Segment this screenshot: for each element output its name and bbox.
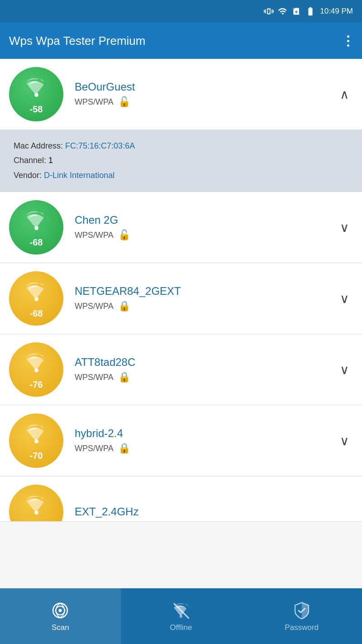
channel-label: Channel:	[14, 156, 46, 165]
signal-value-4: -76	[30, 380, 43, 390]
bottom-nav: Scan Offline Password	[0, 588, 362, 644]
password-nav-label: Password	[285, 623, 319, 632]
offline-nav-icon	[171, 601, 191, 620]
more-menu-button[interactable]	[343, 32, 353, 50]
network-type-4: WPS/WPA	[75, 373, 114, 382]
network-item-6: -72 EXT_2.4GHz	[0, 476, 362, 522]
network-info-6: EXT_2.4GHz	[63, 505, 353, 518]
network-name-6: EXT_2.4GHz	[75, 505, 353, 518]
svg-point-1	[34, 226, 38, 230]
wifi-signal-icon-5	[22, 420, 51, 450]
lock-icon-3: 🔒	[118, 300, 130, 312]
network-type-row-5: WPS/WPA 🔒	[75, 442, 336, 454]
scan-nav-label: Scan	[52, 623, 69, 632]
svg-point-2	[34, 297, 38, 301]
signal-circle-4: -76	[9, 342, 63, 397]
vendor-value: D-Link International	[44, 171, 114, 180]
status-bar: 10:49 PM	[0, 0, 362, 23]
network-row-4[interactable]: -76 ATT8tad28C WPS/WPA 🔒 ∨	[0, 334, 362, 405]
battery-icon	[305, 6, 316, 16]
lock-icon-4: 🔒	[118, 371, 130, 383]
mac-value: FC:75:16:C7:03:6A	[65, 141, 135, 150]
nav-item-offline[interactable]: Offline	[121, 588, 242, 644]
no-sim-icon	[292, 6, 301, 16]
signal-circle-5: -70	[9, 413, 63, 468]
network-type-3: WPS/WPA	[75, 302, 114, 311]
network-row-1[interactable]: -58 BeOurGuest WPS/WPA 🔓 ∧	[0, 59, 362, 130]
svg-point-0	[34, 93, 38, 97]
network-row-5[interactable]: -70 hybrid-2.4 WPS/WPA 🔒 ∨	[0, 405, 362, 476]
app-bar: Wps Wpa Tester Premium	[0, 23, 362, 59]
network-row-2[interactable]: -68 Chen 2G WPS/WPA 🔓 ∨	[0, 192, 362, 263]
status-bar-icons: 10:49 PM	[264, 6, 353, 16]
network-detail-1: Mac Address: FC:75:16:C7:03:6A Channel: …	[0, 130, 362, 192]
vendor-row: Vendor: D-Link International	[14, 168, 348, 183]
network-name-5: hybrid-2.4	[75, 427, 336, 440]
wifi-signal-icon-6	[22, 491, 51, 521]
lock-icon-2: 🔓	[118, 229, 130, 241]
svg-point-4	[34, 439, 38, 443]
network-info-3: NETGEAR84_2GEXT WPS/WPA 🔒	[63, 285, 336, 312]
network-name-1: BeOurGuest	[75, 81, 336, 93]
signal-value-5: -70	[30, 451, 43, 461]
nav-item-scan[interactable]: Scan	[0, 588, 121, 644]
network-name-4: ATT8tad28C	[75, 356, 336, 369]
svg-point-3	[34, 368, 38, 372]
offline-nav-label: Offline	[170, 623, 192, 632]
network-list: -58 BeOurGuest WPS/WPA 🔓 ∧ Mac Address: …	[0, 59, 362, 522]
svg-point-9	[180, 615, 182, 618]
network-row-3[interactable]: -68 NETGEAR84_2GEXT WPS/WPA 🔒 ∨	[0, 263, 362, 334]
network-info-5: hybrid-2.4 WPS/WPA 🔒	[63, 427, 336, 454]
scan-nav-icon	[50, 601, 70, 620]
app-title: Wps Wpa Tester Premium	[9, 34, 145, 48]
signal-circle-1: -58	[9, 67, 63, 121]
signal-value-2: -68	[30, 237, 43, 248]
wifi-signal-icon-1	[22, 74, 51, 103]
lock-icon-1: 🔓	[118, 96, 130, 108]
chevron-3[interactable]: ∨	[336, 288, 353, 310]
network-name-2: Chen 2G	[75, 214, 336, 226]
lock-icon-5: 🔒	[118, 442, 130, 454]
network-type-row-3: WPS/WPA 🔒	[75, 300, 336, 312]
network-type-5: WPS/WPA	[75, 444, 114, 453]
network-row-6[interactable]: -72 EXT_2.4GHz	[0, 476, 362, 522]
network-type-row-2: WPS/WPA 🔓	[75, 229, 336, 241]
signal-circle-3: -68	[9, 271, 63, 326]
wifi-signal-icon-4	[22, 349, 51, 379]
chevron-4[interactable]: ∨	[336, 359, 353, 381]
network-info-1: BeOurGuest WPS/WPA 🔓	[63, 81, 336, 108]
chevron-2[interactable]: ∨	[336, 216, 353, 239]
vendor-label: Vendor:	[14, 171, 42, 180]
wifi-icon	[277, 6, 288, 16]
channel-row: Channel: 1	[14, 153, 348, 168]
network-item-2: -68 Chen 2G WPS/WPA 🔓 ∨	[0, 192, 362, 263]
signal-value-3: -68	[30, 308, 43, 319]
wifi-signal-icon-2	[22, 207, 51, 236]
svg-point-5	[34, 510, 38, 514]
network-type-2: WPS/WPA	[75, 231, 114, 240]
signal-value-1: -58	[30, 104, 43, 115]
nav-item-password[interactable]: Password	[241, 588, 362, 644]
signal-circle-2: -68	[9, 200, 63, 255]
network-info-2: Chen 2G WPS/WPA 🔓	[63, 214, 336, 241]
password-nav-icon	[292, 601, 312, 620]
network-item-3: -68 NETGEAR84_2GEXT WPS/WPA 🔒 ∨	[0, 263, 362, 334]
vibrate-icon	[264, 6, 274, 16]
network-item-4: -76 ATT8tad28C WPS/WPA 🔒 ∨	[0, 334, 362, 405]
channel-value: 1	[48, 156, 53, 165]
network-item-1: -58 BeOurGuest WPS/WPA 🔓 ∧ Mac Address: …	[0, 59, 362, 192]
status-time: 10:49 PM	[320, 7, 353, 16]
network-item-5: -70 hybrid-2.4 WPS/WPA 🔒 ∨	[0, 405, 362, 476]
svg-point-8	[59, 609, 62, 612]
mac-address-row: Mac Address: FC:75:16:C7:03:6A	[14, 139, 348, 153]
chevron-1[interactable]: ∧	[336, 83, 353, 106]
chevron-5[interactable]: ∨	[336, 430, 353, 452]
signal-circle-6: -72	[9, 485, 63, 522]
network-name-3: NETGEAR84_2GEXT	[75, 285, 336, 298]
network-info-4: ATT8tad28C WPS/WPA 🔒	[63, 356, 336, 383]
wifi-signal-icon-3	[22, 278, 51, 308]
network-type-row-1: WPS/WPA 🔓	[75, 96, 336, 108]
network-type-1: WPS/WPA	[75, 97, 114, 107]
network-type-row-4: WPS/WPA 🔒	[75, 371, 336, 383]
mac-label: Mac Address:	[14, 141, 63, 150]
